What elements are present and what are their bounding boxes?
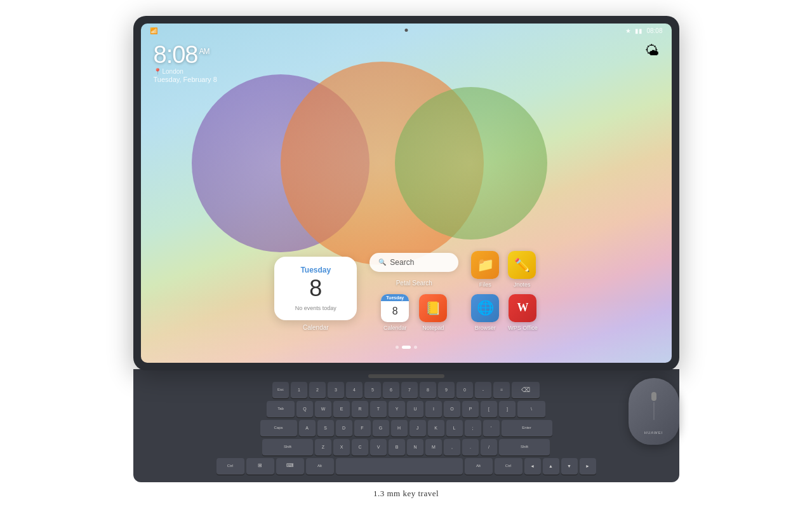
key-shift-left[interactable]: Shift (262, 439, 313, 456)
key-arrow-left[interactable]: ◄ (524, 458, 541, 475)
key-y[interactable]: Y (389, 401, 405, 417)
tablet: 📶 ★ ▮▮ 08:08 8:08AM 📍 London Tuesday, Fe… (133, 16, 679, 370)
app-item-notepad[interactable]: 📒 Notepad (419, 294, 447, 331)
key-b[interactable]: B (389, 439, 405, 456)
app-item-browser[interactable]: 🌐 Browser (471, 294, 499, 331)
key-period[interactable]: . (462, 439, 479, 456)
notepad-glyph: 📒 (425, 301, 441, 316)
app-item-wps[interactable]: W WPS Office (508, 294, 537, 331)
calendar-widget[interactable]: Tuesday 8 No events today (274, 257, 357, 320)
key-alt-right[interactable]: Alt (465, 458, 493, 475)
key-ctrl-right[interactable]: Ctrl (495, 458, 522, 475)
key-x[interactable]: X (333, 439, 350, 456)
circle-green (395, 87, 547, 240)
key-equals[interactable]: = (493, 382, 510, 398)
key-backspace[interactable]: ⌫ (512, 382, 540, 398)
app-calendar-date: 8 (381, 301, 409, 322)
key-0[interactable]: 0 (456, 382, 473, 398)
tablet-screen: 📶 ★ ▮▮ 08:08 8:08AM 📍 London Tuesday, Fe… (141, 24, 672, 363)
key-g[interactable]: G (373, 420, 389, 436)
app-icon-wps: W (509, 294, 536, 322)
key-super[interactable]: ⊞ (246, 458, 274, 475)
key-arrow-down[interactable]: ▼ (561, 458, 578, 475)
key-semicolon[interactable]: ; (465, 420, 481, 436)
key-k[interactable]: K (428, 420, 444, 436)
mouse-body[interactable]: HUAWEI (629, 378, 679, 445)
key-h[interactable]: H (391, 420, 408, 436)
key-8[interactable]: 8 (420, 382, 436, 398)
key-l[interactable]: L (446, 420, 463, 436)
browser-glyph: 🌐 (477, 300, 494, 316)
key-1[interactable]: 1 (291, 382, 307, 398)
key-s[interactable]: S (317, 420, 334, 436)
clock-area: 8:08AM 📍 London Tuesday, February 8 (154, 43, 217, 83)
location-pin-icon: 📍 (154, 68, 161, 75)
key-emoji[interactable]: ⌨ (276, 458, 304, 475)
key-r[interactable]: R (352, 401, 368, 417)
key-comma[interactable]: , (444, 439, 460, 456)
key-t[interactable]: T (370, 401, 387, 417)
key-ctrl-left[interactable]: Ctrl (216, 458, 244, 475)
mouse-brand-label: HUAWEI (644, 431, 663, 435)
key-e[interactable]: E (333, 401, 350, 417)
key-p[interactable]: P (462, 401, 479, 417)
calendar-widget-col: Tuesday 8 No events today Calendar (274, 257, 357, 331)
widgets-area: Tuesday 8 No events today Calendar 🔍 Sea… (141, 251, 672, 331)
app-icon-browser: 🌐 (471, 294, 499, 322)
app-item-calendar[interactable]: Tuesday 8 Calendar (381, 294, 409, 331)
key-3[interactable]: 3 (328, 382, 344, 398)
app-label-notepad: Notepad (422, 325, 444, 331)
key-q[interactable]: Q (296, 401, 313, 417)
search-widget-col: 🔍 Search Petal Search Tuesday 8 Calendar (369, 253, 458, 331)
app-icon-jnotes: ✏️ (508, 251, 536, 279)
key-arrow-up[interactable]: ▲ (543, 458, 559, 475)
status-left: 📶 (150, 27, 157, 34)
key-backslash[interactable]: \ (517, 401, 545, 417)
key-arrow-right[interactable]: ► (580, 458, 596, 475)
mouse-scroll-wheel[interactable] (651, 392, 656, 401)
key-m[interactable]: M (425, 439, 442, 456)
key-7[interactable]: 7 (401, 382, 418, 398)
key-enter[interactable]: Enter (502, 420, 552, 436)
key-slash[interactable]: / (481, 439, 497, 456)
key-shift-right[interactable]: Shift (499, 439, 550, 456)
key-v[interactable]: V (370, 439, 387, 456)
search-widget[interactable]: 🔍 Search (369, 253, 458, 272)
key-c[interactable]: C (352, 439, 368, 456)
key-rbracket[interactable]: ] (499, 401, 516, 417)
key-space[interactable] (336, 458, 463, 475)
app-item-files[interactable]: 📁 Files (471, 251, 499, 288)
key-2[interactable]: 2 (309, 382, 326, 398)
key-row-5: Ctrl ⊞ ⌨ Alt Alt Ctrl ◄ ▲ ▼ ► (142, 458, 670, 475)
search-text: Search (390, 258, 414, 267)
key-quote[interactable]: ' (483, 420, 500, 436)
key-5[interactable]: 5 (364, 382, 381, 398)
apps-row-2: Tuesday 8 Calendar 📒 Notepad (381, 294, 447, 331)
page-dot-3 (414, 346, 417, 349)
status-right: ★ ▮▮ 08:08 (625, 27, 662, 34)
app-item-jnotes[interactable]: ✏️ Jnotes (508, 251, 536, 288)
key-z[interactable]: Z (315, 439, 331, 456)
key-4[interactable]: 4 (346, 382, 363, 398)
jnotes-glyph: ✏️ (514, 257, 530, 273)
key-j[interactable]: J (409, 420, 426, 436)
key-row-3: Caps A S D F G H J K L ; ' Enter (142, 420, 670, 436)
key-tab[interactable]: Tab (267, 401, 295, 417)
key-alt-left[interactable]: Alt (306, 458, 334, 475)
key-u[interactable]: U (407, 401, 423, 417)
key-esc[interactable]: Esc (272, 382, 289, 398)
key-caps[interactable]: Caps (260, 420, 297, 436)
status-time: 08:08 (646, 27, 662, 34)
key-minus[interactable]: - (475, 382, 491, 398)
key-o[interactable]: O (444, 401, 460, 417)
key-6[interactable]: 6 (383, 382, 399, 398)
calendar-widget-date: 8 (286, 276, 345, 301)
key-i[interactable]: I (425, 401, 442, 417)
key-n[interactable]: N (407, 439, 423, 456)
key-9[interactable]: 9 (438, 382, 455, 398)
key-w[interactable]: W (315, 401, 331, 417)
key-d[interactable]: D (336, 420, 352, 436)
key-lbracket[interactable]: [ (481, 401, 497, 417)
key-f[interactable]: F (354, 420, 371, 436)
key-a[interactable]: A (299, 420, 316, 436)
